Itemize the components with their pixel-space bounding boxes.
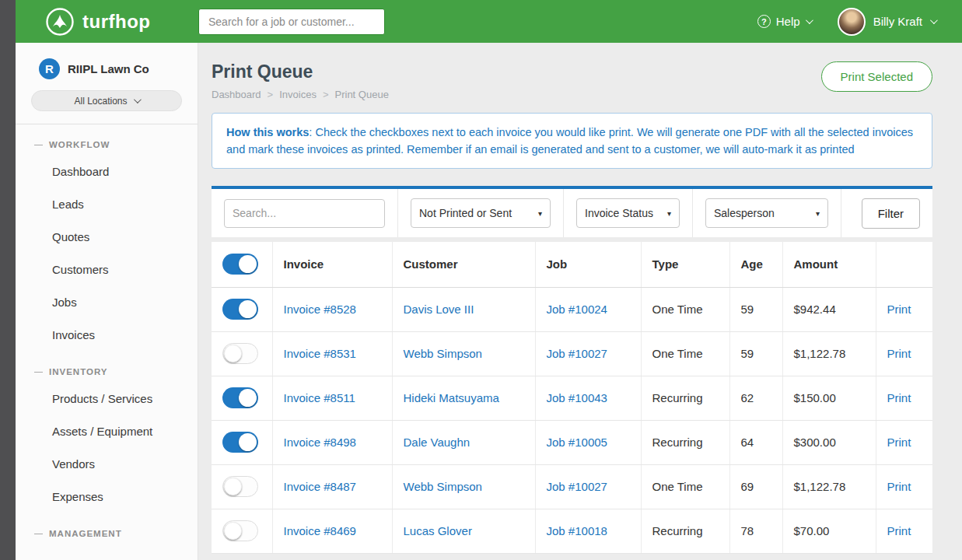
invoice-age: 69	[729, 464, 782, 509]
print-link[interactable]: Print	[887, 391, 911, 404]
breadcrumb-invoices[interactable]: Invoices	[279, 89, 317, 100]
column-header-age: Age	[729, 242, 782, 287]
print-link[interactable]: Print	[887, 524, 911, 537]
nav-section: MANAGEMENT	[16, 521, 198, 544]
job-link[interactable]: Job #10005	[547, 436, 607, 449]
sidebar-divider	[16, 124, 198, 124]
table-header-row: Invoice Customer Job Type Age Amount	[212, 242, 932, 287]
help-menu[interactable]: ? Help	[757, 15, 811, 28]
user-name: Billy Kraft	[873, 15, 922, 28]
sidebar-item-leads[interactable]: Leads	[16, 188, 198, 221]
topbar-right: ? Help Billy Kraft	[757, 8, 962, 36]
row-select-toggle[interactable]	[222, 476, 258, 497]
salesperson-select[interactable]: Salesperson ▾	[705, 198, 828, 228]
invoice-table: Invoice Customer Job Type Age Amount Inv…	[212, 242, 932, 554]
column-header-amount: Amount	[782, 242, 876, 287]
table-row: Invoice #8498 Dale Vaughn Job #10005 Rec…	[212, 420, 932, 464]
info-box-title: How this works	[226, 126, 309, 138]
sidebar-item-customers[interactable]: Customers	[16, 254, 198, 286]
invoice-status-value: Invoice Status	[585, 207, 653, 219]
table-row: Invoice #8487 Webb Simpson Job #10027 On…	[212, 464, 932, 509]
locations-label: All Locations	[74, 96, 127, 107]
row-select-toggle[interactable]	[222, 387, 258, 408]
filter-search-input[interactable]	[224, 199, 385, 228]
job-link[interactable]: Job #10018	[547, 524, 607, 537]
job-link[interactable]: Job #10024	[547, 303, 607, 316]
sidebar-item-invoices[interactable]: Invoices	[16, 319, 198, 352]
caret-down-icon: ▾	[816, 209, 820, 218]
row-select-toggle[interactable]	[222, 432, 258, 453]
printed-status-select[interactable]: Not Printed or Sent ▾	[411, 198, 551, 228]
filter-bar: Not Printed or Sent ▾ Invoice Status ▾ S…	[212, 186, 932, 237]
invoice-amount: $942.44	[782, 287, 876, 331]
user-avatar	[838, 8, 866, 36]
invoice-link[interactable]: Invoice #8528	[284, 303, 356, 316]
job-link[interactable]: Job #10027	[547, 480, 607, 493]
invoice-table-body: Invoice #8528 Davis Love III Job #10024 …	[212, 287, 932, 553]
nav-section-label: REPORTS	[16, 552, 198, 560]
invoice-amount: $70.00	[782, 509, 876, 553]
sidebar-item-jobs[interactable]: Jobs	[16, 286, 198, 319]
brand-name: turfhop	[82, 11, 150, 33]
print-link[interactable]: Print	[887, 347, 911, 360]
info-box-text: : Check the checkboxes next to each invo…	[226, 126, 913, 156]
sidebar-item-expenses[interactable]: Expenses	[16, 481, 198, 513]
breadcrumb-dashboard[interactable]: Dashboard	[212, 89, 261, 100]
customer-link[interactable]: Davis Love III	[404, 303, 474, 316]
salesperson-value: Salesperson	[714, 207, 775, 219]
customer-link[interactable]: Hideki Matsuyama	[404, 391, 499, 404]
print-link[interactable]: Print	[887, 303, 911, 316]
global-search-input[interactable]	[198, 9, 385, 35]
sidebar-item-products-services[interactable]: Products / Services	[16, 383, 198, 415]
customer-link[interactable]: Webb Simpson	[404, 347, 482, 360]
help-icon: ?	[757, 15, 771, 28]
customer-link[interactable]: Dale Vaughn	[404, 436, 471, 449]
column-header-job: Job	[535, 242, 641, 287]
sidebar-item-assets-equipment[interactable]: Assets / Equipment	[16, 415, 198, 448]
job-link[interactable]: Job #10043	[547, 391, 607, 404]
chevron-down-icon	[806, 16, 813, 24]
invoice-status-select[interactable]: Invoice Status ▾	[576, 198, 680, 228]
toggle-knob	[224, 345, 242, 362]
table-row: Invoice #8469 Lucas Glover Job #10018 Re…	[212, 509, 932, 553]
toggle-knob	[224, 522, 242, 540]
invoice-type: Recurring	[641, 509, 729, 553]
invoice-link[interactable]: Invoice #8531	[284, 347, 356, 360]
chevron-down-icon	[930, 16, 938, 24]
row-select-toggle[interactable]	[222, 343, 258, 364]
invoice-amount: $150.00	[782, 376, 876, 420]
chevron-down-icon	[133, 96, 141, 103]
left-edge-strip	[0, 0, 16, 560]
invoice-amount: $300.00	[782, 420, 876, 464]
user-menu[interactable]: Billy Kraft	[838, 8, 936, 36]
invoice-type: Recurring	[641, 376, 729, 420]
invoice-age: 59	[729, 287, 782, 331]
invoice-link[interactable]: Invoice #8469	[284, 524, 356, 537]
invoice-link[interactable]: Invoice #8498	[284, 436, 356, 449]
printed-status-value: Not Printed or Sent	[419, 207, 512, 219]
brand-logo[interactable]: turfhop	[16, 7, 198, 37]
print-link[interactable]: Print	[887, 480, 911, 493]
locations-selector[interactable]: All Locations	[31, 90, 182, 111]
company-logo: R	[39, 58, 60, 79]
print-link[interactable]: Print	[887, 436, 911, 449]
column-header-invoice: Invoice	[272, 242, 392, 287]
sidebar-item-quotes[interactable]: Quotes	[16, 221, 198, 254]
job-link[interactable]: Job #10027	[547, 347, 607, 360]
customer-link[interactable]: Webb Simpson	[404, 480, 482, 493]
sidebar-item-vendors[interactable]: Vendors	[16, 448, 198, 481]
invoice-link[interactable]: Invoice #8511	[284, 391, 355, 404]
row-select-toggle[interactable]	[222, 299, 258, 320]
info-box: How this works: Check the checkboxes nex…	[212, 113, 932, 169]
print-selected-button[interactable]: Print Selected	[821, 61, 932, 92]
toggle-knob	[239, 300, 257, 318]
select-all-toggle[interactable]	[222, 254, 258, 275]
column-header-type: Type	[641, 242, 729, 287]
invoice-link[interactable]: Invoice #8487	[284, 480, 356, 493]
caret-down-icon: ▾	[538, 209, 542, 218]
sidebar-item-dashboard[interactable]: Dashboard	[16, 156, 198, 188]
row-select-toggle[interactable]	[222, 520, 258, 541]
customer-link[interactable]: Lucas Glover	[404, 524, 472, 537]
breadcrumb-separator: >	[268, 89, 274, 100]
filter-button[interactable]: Filter	[862, 198, 920, 229]
